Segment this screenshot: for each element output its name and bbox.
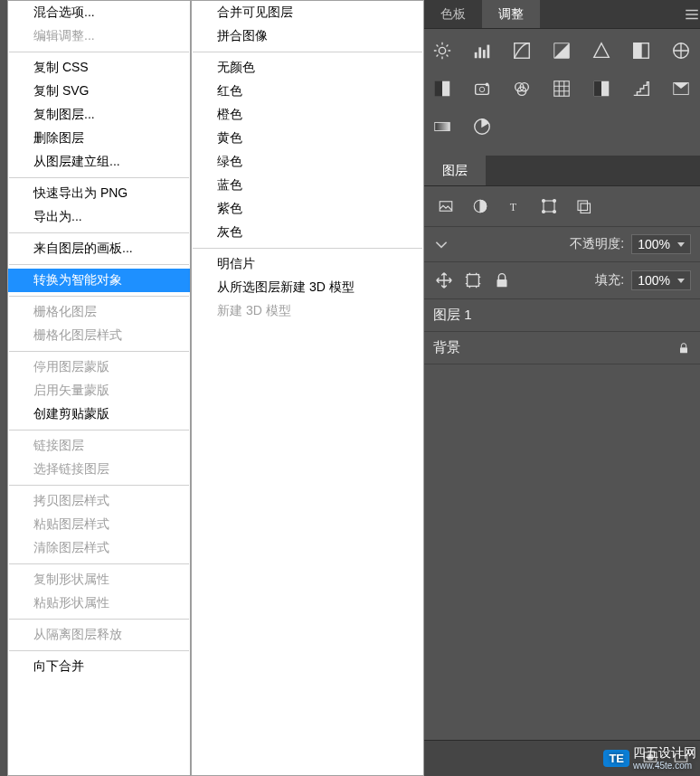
menu_left-item-5[interactable]: 复制图层...: [8, 103, 190, 127]
menu_left-separator: [9, 296, 189, 297]
panels-area: 色板 调整 图层: [424, 0, 700, 776]
menu_right-item-6[interactable]: 黄色: [192, 127, 423, 150]
menu_left-separator: [9, 52, 189, 52]
exposure-icon[interactable]: [551, 40, 572, 62]
svg-rect-7: [634, 43, 641, 59]
hue-icon[interactable]: [630, 40, 652, 62]
gradient-map-icon[interactable]: [431, 116, 453, 137]
panel-menu-icon[interactable]: [684, 0, 700, 28]
svg-point-13: [486, 83, 489, 87]
vibrance-icon[interactable]: [591, 40, 612, 62]
watermark: TE 四五设计网 www.45te.com: [603, 745, 696, 771]
fill-value[interactable]: 100%: [631, 270, 691, 290]
svg-rect-17: [554, 81, 570, 97]
menu_right-item-12[interactable]: 明信片: [192, 252, 423, 276]
filter-adjust-icon[interactable]: [469, 195, 491, 217]
fill-label: 填充:: [595, 272, 624, 289]
menu_left-item-10[interactable]: 导出为...: [8, 205, 190, 229]
menu_right-item-5[interactable]: 橙色: [192, 103, 423, 127]
svg-point-28: [553, 200, 556, 203]
adjustments-grid: [424, 29, 700, 148]
color-balance-icon[interactable]: [670, 40, 692, 62]
layer-name-background: 背景: [433, 339, 460, 356]
menu_left-item-3[interactable]: 复制 CSS: [8, 56, 190, 80]
menu_left-item-6[interactable]: 删除图层: [8, 127, 190, 150]
tab-swatches[interactable]: 色板: [424, 0, 482, 28]
menu_left-separator: [9, 177, 189, 178]
menu_right-item-4[interactable]: 红色: [192, 80, 423, 103]
menu_right-item-3[interactable]: 无颜色: [192, 56, 423, 80]
move-icon[interactable]: [433, 270, 455, 291]
lock-icon: [676, 341, 691, 355]
menu_left-item-1: 编辑调整...: [8, 24, 190, 48]
tab-layers[interactable]: 图层: [424, 156, 486, 185]
filter-image-icon[interactable]: [435, 195, 457, 217]
selective-color-icon[interactable]: [471, 116, 493, 137]
svg-rect-2: [478, 47, 481, 58]
menu_left-item-16: 栅格化图层: [8, 300, 190, 324]
filter-text-icon[interactable]: T: [504, 195, 525, 217]
menu_right-item-0[interactable]: 合并可见图层: [192, 1, 423, 24]
svg-rect-32: [581, 203, 591, 213]
menu_left-item-21[interactable]: 创建剪贴蒙版: [8, 402, 190, 426]
menu_right-item-7[interactable]: 绿色: [192, 150, 423, 174]
svg-point-30: [553, 211, 556, 213]
layer-filter-row: T: [424, 186, 700, 227]
invert-icon[interactable]: [591, 78, 612, 99]
menu_left-item-0[interactable]: 混合选项...: [8, 1, 190, 24]
menu_right-separator: [193, 248, 422, 249]
menu_left-item-31: 粘贴形状属性: [8, 591, 190, 615]
threshold-icon[interactable]: [670, 78, 692, 99]
menu_left-item-35[interactable]: 向下合并: [8, 655, 190, 678]
menu_left-item-26: 拷贝图层样式: [8, 489, 190, 513]
filter-smart-icon[interactable]: [572, 195, 594, 217]
menu_left-separator: [9, 619, 189, 620]
svg-rect-31: [578, 201, 588, 211]
menu_left-item-9[interactable]: 快速导出为 PNG: [8, 182, 190, 205]
layers-panel: 图层 T 不透明度: 100% 填充: 100%: [424, 156, 700, 364]
photo-filter-icon[interactable]: [471, 78, 493, 99]
menu_right-separator: [193, 52, 422, 52]
posterize-icon[interactable]: [630, 78, 652, 99]
adjustments-tab-bar: 色板 调整: [424, 0, 700, 29]
svg-rect-10: [442, 81, 449, 97]
brightness-icon[interactable]: [431, 40, 453, 62]
menu_left-separator: [9, 232, 189, 233]
bw-icon[interactable]: [431, 78, 453, 99]
watermark-url: www.45te.com: [633, 762, 696, 771]
menu_right-item-8[interactable]: 蓝色: [192, 174, 423, 197]
menu_left-separator: [9, 650, 189, 651]
lock-fill-row: 填充: 100%: [424, 262, 700, 299]
menu_left-item-14[interactable]: 转换为智能对象: [8, 269, 190, 292]
menu_right-item-1[interactable]: 拼合图像: [192, 24, 423, 48]
menu_right-item-10[interactable]: 灰色: [192, 221, 423, 244]
tab-adjustments[interactable]: 调整: [482, 0, 540, 28]
opacity-label: 不透明度:: [570, 236, 624, 252]
layer-row-1[interactable]: 图层 1: [424, 299, 700, 332]
curves-icon[interactable]: [511, 40, 533, 62]
menu_left-item-4[interactable]: 复制 SVG: [8, 80, 190, 103]
svg-point-12: [479, 87, 485, 92]
levels-icon[interactable]: [471, 40, 493, 62]
menu_left-item-23: 链接图层: [8, 434, 190, 458]
svg-rect-23: [440, 202, 452, 212]
layer-row-background[interactable]: 背景: [424, 332, 700, 364]
svg-rect-21: [435, 122, 450, 130]
svg-rect-9: [435, 81, 442, 97]
filter-shape-icon[interactable]: [538, 195, 560, 217]
menu_left-item-28: 清除图层样式: [8, 536, 190, 560]
svg-text:T: T: [510, 201, 517, 213]
menu_left-item-12[interactable]: 来自图层的画板...: [8, 237, 190, 260]
lock-icon[interactable]: [491, 270, 513, 291]
color-lookup-icon[interactable]: [551, 78, 572, 99]
menu_left-separator: [9, 351, 189, 352]
opacity-value[interactable]: 100%: [631, 234, 691, 254]
chevron-down-icon[interactable]: [433, 236, 449, 252]
menu_left-item-7[interactable]: 从图层建立组...: [8, 150, 190, 174]
menu_left-separator: [9, 264, 189, 265]
channel-mixer-icon[interactable]: [511, 78, 533, 99]
watermark-badge: TE: [603, 750, 629, 767]
menu_right-item-9[interactable]: 紫色: [192, 197, 423, 221]
artboard-icon[interactable]: [462, 270, 484, 291]
menu_right-item-13[interactable]: 从所选图层新建 3D 模型: [192, 276, 423, 299]
